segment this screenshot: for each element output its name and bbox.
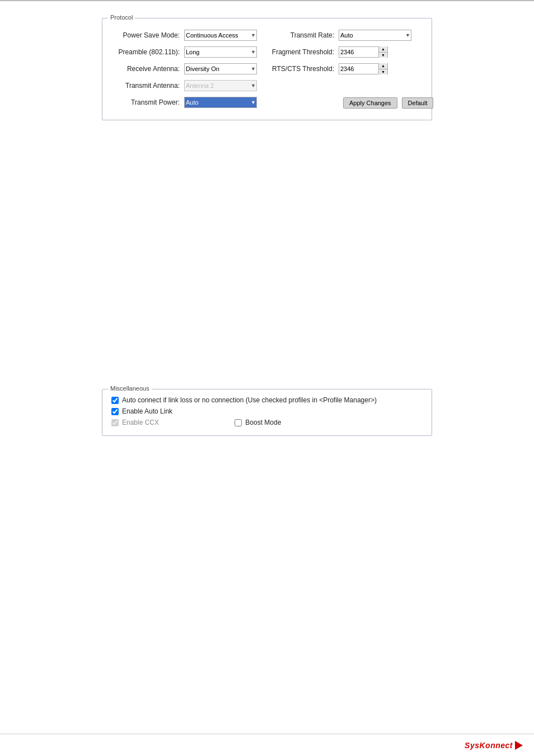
receive-antenna-row: Receive Antenna: Diversity On Antenna 1 … [111,63,257,74]
transmit-power-row: Transmit Power: Auto 100% 50% ▼ [111,97,257,108]
enable-auto-link-label: Enable Auto Link [122,407,172,415]
transmit-antenna-label: Transmit Antenna: [111,82,184,90]
apply-changes-button[interactable]: Apply Changes [343,97,397,109]
fragment-threshold-spinner-btns: ▲ ▼ [378,46,387,58]
rts-threshold-spinner: ▲ ▼ [339,63,388,74]
preamble-select-wrapper: Long Short ▼ [184,46,257,58]
preamble-row: Preamble (802.11b): Long Short ▼ [111,46,257,58]
fragment-threshold-row: Fragment Threshold: ▲ ▼ [266,46,433,58]
default-button[interactable]: Default [402,97,434,109]
rts-threshold-spinner-btns: ▲ ▼ [378,63,387,74]
receive-antenna-label: Receive Antenna: [111,65,184,73]
receive-antenna-select[interactable]: Diversity On Antenna 1 Antenna 2 [184,63,257,74]
transmit-rate-select-wrapper: Auto 1 Mbps 2 Mbps ▼ [339,30,411,41]
protocol-section: Protocol Power Save Mode: Continuous Acc… [102,18,432,120]
power-save-row: Power Save Mode: Continuous Access Power… [111,30,257,41]
protocol-buttons-row: Apply Changes Default [266,97,433,109]
rts-threshold-input[interactable] [339,64,378,74]
protocol-legend: Protocol [108,14,135,21]
transmit-antenna-row: Transmit Antenna: Antenna 2 ▼ [111,80,257,91]
preamble-select[interactable]: Long Short [184,46,257,58]
miscellaneous-section: Miscellaneous Auto connect if link loss … [102,389,432,436]
fragment-threshold-down-button[interactable]: ▼ [379,53,387,58]
receive-antenna-select-wrapper: Diversity On Antenna 1 Antenna 2 ▼ [184,63,257,74]
miscellaneous-legend: Miscellaneous [108,385,152,392]
rts-threshold-label: RTS/CTS Threshold: [266,65,339,73]
auto-connect-checkbox[interactable] [111,397,119,404]
enable-ccx-label: Enable CCX [122,419,159,426]
enable-auto-link-checkbox[interactable] [111,408,119,415]
ccx-boost-row: Enable CCX Boost Mode [111,419,423,426]
transmit-antenna-select-wrapper: Antenna 2 ▼ [184,80,257,91]
bottom-logo-bar: SysKonnect [0,734,534,756]
transmit-rate-row: Transmit Rate: Auto 1 Mbps 2 Mbps ▼ [266,30,433,41]
middle-spacer [11,143,523,367]
spacer [266,80,433,91]
auto-connect-label: Auto connect if link loss or no connecti… [122,396,377,404]
preamble-label: Preamble (802.11b): [111,48,184,56]
auto-connect-row: Auto connect if link loss or no connecti… [111,396,423,404]
power-save-select-wrapper: Continuous Access Power Save ▼ [184,30,257,41]
transmit-rate-label: Transmit Rate: [266,31,339,39]
transmit-antenna-select: Antenna 2 [184,80,257,91]
logo-text: SysKonnect [465,741,513,750]
fragment-threshold-label: Fragment Threshold: [266,48,339,56]
enable-ccx-checkbox [111,419,119,426]
rts-threshold-down-button[interactable]: ▼ [379,69,387,75]
boost-mode-label: Boost Mode [245,419,281,426]
boost-mode-checkbox[interactable] [235,419,242,426]
transmit-rate-select[interactable]: Auto 1 Mbps 2 Mbps [339,30,411,41]
rts-threshold-row: RTS/CTS Threshold: ▲ ▼ [266,63,433,74]
transmit-power-select-wrapper: Auto 100% 50% ▼ [184,97,257,108]
power-save-select[interactable]: Continuous Access Power Save [184,30,257,41]
rts-threshold-up-button[interactable]: ▲ [379,63,387,69]
transmit-power-label: Transmit Power: [111,98,184,106]
logo-arrow-icon [515,741,523,750]
fragment-threshold-spinner: ▲ ▼ [339,46,388,58]
power-save-label: Power Save Mode: [111,31,184,39]
enable-auto-link-row: Enable Auto Link [111,407,423,415]
fragment-threshold-input[interactable] [339,47,378,57]
fragment-threshold-up-button[interactable]: ▲ [379,46,387,53]
bottom-spacer [11,458,523,717]
transmit-power-select[interactable]: Auto 100% 50% [184,97,257,108]
